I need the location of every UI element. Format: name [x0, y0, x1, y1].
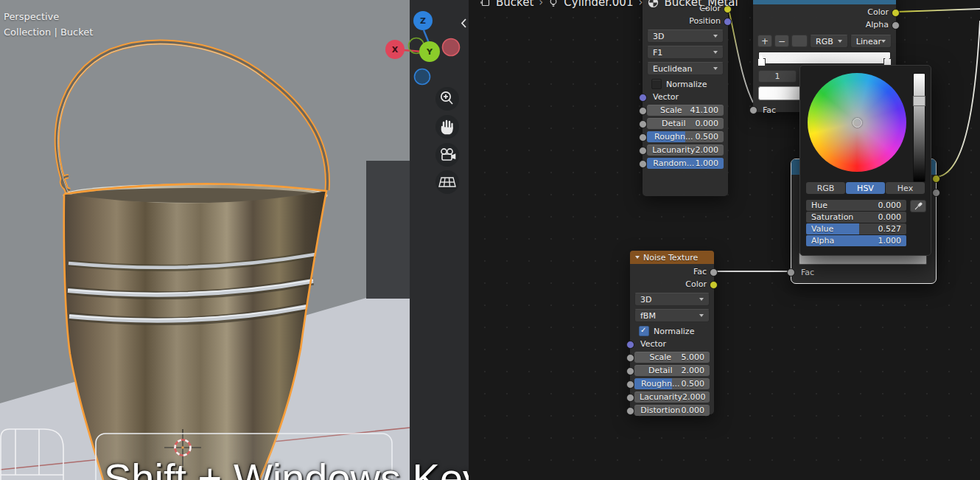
input-socket[interactable]	[639, 160, 647, 168]
collection-object-label: Collection | Bucket	[4, 27, 93, 38]
alpha-output-socket[interactable]	[932, 189, 940, 197]
tab-hsv[interactable]: HSV	[846, 182, 885, 194]
breadcrumb-object: Cylinder.001	[564, 0, 633, 9]
color-picker-popup[interactable]: RGB HSV Hex Hue0.000 Saturation0.000 Val…	[799, 65, 931, 256]
gizmo-z-label: Z	[420, 16, 426, 26]
input-socket[interactable]	[626, 407, 634, 415]
tab-rgb[interactable]: RGB	[806, 182, 845, 194]
scale-slider[interactable]: Scale5.000	[634, 352, 710, 363]
screencast-keys-text: Shift + Windows Key	[104, 454, 469, 480]
distortion-slider[interactable]: Distortion0.000	[634, 405, 710, 416]
normalize-label: Normalize	[654, 327, 694, 336]
value-slider-handle[interactable]	[913, 96, 925, 106]
breadcrumb-separator: ›	[539, 0, 543, 9]
interpolation-dropdown[interactable]: Linear	[850, 35, 892, 48]
picker-tabs: RGB HSV Hex	[806, 182, 925, 194]
fac-input-socket[interactable]	[787, 268, 795, 276]
node-noise-texture[interactable]: Noise Texture Fac Color 3D fBM Normalize…	[630, 251, 714, 414]
gizmo-x-neg-ball[interactable]	[443, 39, 460, 56]
input-socket[interactable]	[626, 394, 634, 402]
input-socket[interactable]	[626, 354, 634, 362]
gizmo-y-label: Y	[426, 47, 433, 57]
material-icon	[648, 0, 659, 8]
value-field[interactable]: Value0.527	[806, 223, 906, 234]
node-title: Noise Texture	[643, 253, 698, 262]
alpha-output-socket[interactable]	[892, 21, 900, 29]
backdrop-dark-wall	[366, 161, 410, 299]
input-socket[interactable]	[639, 147, 647, 155]
input-socket[interactable]	[639, 107, 647, 115]
fac-input-socket[interactable]	[749, 106, 757, 114]
gizmo-x-label: X	[392, 45, 399, 55]
fac-input-row: Fac	[791, 267, 936, 278]
output-row: Color	[630, 279, 714, 290]
ramp-stop-left[interactable]	[757, 58, 766, 66]
vector-input-socket[interactable]	[626, 341, 634, 349]
object-data-icon	[548, 0, 559, 7]
normalize-label: Normalize	[666, 80, 707, 89]
roughness-slider[interactable]: Roughn...0.500	[634, 378, 710, 389]
value-slider[interactable]	[913, 73, 925, 182]
color-mode-dropdown[interactable]: RGB	[810, 35, 848, 48]
eyedropper-icon	[914, 201, 923, 211]
color-ramp-gradient[interactable]	[758, 52, 891, 64]
alpha-field[interactable]: Alpha1.000	[806, 235, 906, 246]
collection-icon	[480, 0, 491, 7]
detail-slider[interactable]: Detail2.000	[634, 365, 710, 376]
viewport-3d[interactable]: Z X Y	[0, 0, 469, 480]
position-output-socket[interactable]	[724, 18, 732, 26]
tab-hex[interactable]: Hex	[886, 182, 925, 194]
output-row: Color	[753, 7, 896, 18]
lacunarity-slider[interactable]: Lacunarity2.000	[647, 145, 724, 156]
hue-field[interactable]: Hue0.000	[806, 200, 906, 211]
dimensions-dropdown[interactable]: 3D	[634, 293, 710, 306]
color-output-socket[interactable]	[892, 9, 900, 17]
noise-type-dropdown[interactable]: fBM	[634, 309, 710, 322]
eyedropper-button[interactable]	[910, 200, 926, 212]
vector-input-row: Vector	[643, 91, 728, 102]
fac-output-socket[interactable]	[710, 268, 718, 276]
normalize-checkbox[interactable]	[639, 326, 649, 336]
output-row: Fac	[630, 266, 714, 277]
color-wheel[interactable]	[808, 73, 906, 172]
color-output-socket[interactable]	[710, 281, 718, 289]
collapse-chevron-icon[interactable]	[635, 256, 640, 259]
node-voronoi-texture[interactable]: Color Position 3D F1 Euclidean Normalize…	[643, 0, 728, 196]
feature-dropdown[interactable]: F1	[647, 46, 724, 59]
view-projection-label: Perspective	[4, 11, 59, 22]
breadcrumb: Bucket › Cylinder.001 › Bucket_Metal	[480, 0, 738, 10]
blender-window: Z X Y	[0, 0, 980, 480]
add-stop-button[interactable]: +	[757, 35, 772, 47]
node-header[interactable]: Noise Texture	[630, 251, 714, 264]
vector-input-socket[interactable]	[639, 94, 647, 102]
breadcrumb-material: Bucket_Metal	[664, 0, 738, 9]
shader-node-editor[interactable]: Bucket › Cylinder.001 › Bucket_Metal Col…	[469, 0, 980, 480]
color-output-socket[interactable]	[932, 175, 940, 183]
output-row: Alpha	[753, 19, 896, 30]
dimensions-dropdown[interactable]: 3D	[647, 29, 724, 43]
node-header[interactable]	[753, 0, 896, 4]
saturation-field[interactable]: Saturation0.000	[806, 212, 906, 223]
distance-metric-dropdown[interactable]: Euclidean	[647, 62, 724, 75]
input-socket[interactable]	[639, 120, 647, 128]
detail-slider[interactable]: Detail0.000	[647, 118, 724, 129]
color-wheel-cursor[interactable]	[853, 118, 862, 128]
scale-slider[interactable]: Scale41.100	[647, 105, 724, 116]
input-socket[interactable]	[626, 380, 634, 389]
randomness-slider[interactable]: Random...1.000	[647, 158, 724, 169]
breadcrumb-collection: Bucket	[496, 0, 533, 9]
active-stop-index-field[interactable]: 1	[758, 70, 797, 83]
remove-stop-button[interactable]: −	[774, 35, 789, 47]
output-row: Position	[643, 15, 728, 27]
normalize-checkbox[interactable]	[651, 79, 662, 89]
input-socket[interactable]	[639, 133, 647, 142]
ramp-options-dropdown[interactable]	[791, 35, 808, 47]
breadcrumb-separator: ›	[638, 0, 643, 9]
viewport-scene: Z X Y	[0, 0, 469, 480]
gizmo-z-neg-ball[interactable]	[415, 69, 430, 85]
lacunarity-slider[interactable]: Lacunarity2.000	[634, 392, 710, 403]
vector-input-row: Vector	[630, 338, 714, 349]
picker-fields: Hue0.000 Saturation0.000 Value0.527 Alph…	[806, 200, 906, 246]
roughness-slider[interactable]: Roughn...0.500	[647, 131, 724, 142]
input-socket[interactable]	[626, 367, 634, 375]
